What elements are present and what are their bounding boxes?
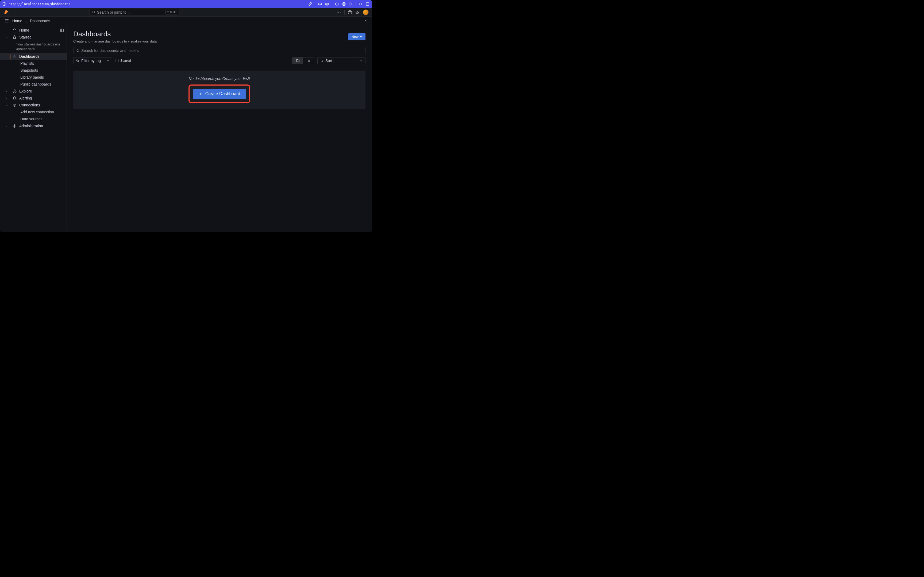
sidebar-item-label: Connections (19, 103, 40, 107)
url-text[interactable]: http://localhost:3000/dashboards (8, 2, 70, 6)
empty-state-panel: No dashboards yet. Create your first! Cr… (73, 71, 365, 109)
menu-toggle-icon[interactable] (4, 18, 9, 23)
sidebar-item-data-sources[interactable]: Data sources (0, 116, 67, 122)
create-dashboard-button[interactable]: Create Dashboard (193, 89, 246, 99)
breadcrumb-current: Dashboards (30, 19, 50, 23)
sidebar-item-library-panels[interactable]: Library panels (0, 74, 67, 81)
global-search-input[interactable]: Search or jump to... ⌘+k (90, 9, 179, 16)
starred-filter-checkbox[interactable]: Starred (116, 59, 131, 63)
kbd-shortcut: ⌘+k (165, 10, 177, 15)
svg-point-14 (92, 11, 95, 13)
sidebar-item-playlists[interactable]: Playlists (0, 60, 67, 67)
divider (356, 2, 356, 6)
svg-point-21 (356, 13, 356, 14)
svg-point-36 (77, 50, 79, 52)
search-icon (76, 49, 80, 52)
chevron-down-icon (107, 60, 109, 62)
sort-select[interactable]: Sort (317, 57, 365, 64)
sidebar: Home ⌄ Starred Your starred dashboards w… (0, 25, 67, 232)
tag-icon (76, 59, 80, 63)
search-icon (92, 10, 95, 14)
sidebar-item-label: Explore (19, 89, 32, 93)
plus-icon (199, 92, 203, 96)
breadcrumb-separator: › (26, 19, 27, 23)
add-menu-button[interactable] (337, 10, 341, 15)
sidebar-item-label: Dashboards (19, 54, 40, 58)
chevron-down-icon[interactable]: ⌄ (6, 36, 8, 39)
collapse-icon[interactable] (364, 19, 368, 23)
filter-label: Filter by tag (81, 58, 101, 63)
sort-icon (320, 59, 324, 63)
dashboard-search-input[interactable]: Search for dashboards and folders (73, 47, 365, 54)
filter-by-tag-select[interactable]: Filter by tag (73, 57, 112, 64)
starred-empty-note: Your starred dashboards will appear here (0, 40, 67, 53)
new-button[interactable]: New (348, 33, 365, 40)
create-button-label: Create Dashboard (205, 92, 240, 96)
chevron-right-icon[interactable]: › (6, 90, 8, 93)
svg-line-15 (94, 13, 95, 14)
svg-rect-29 (15, 55, 16, 56)
view-toggle (292, 57, 314, 64)
highlight-annotation: Create Dashboard (188, 84, 251, 103)
link-icon[interactable] (308, 2, 312, 6)
app-top-bar: Search or jump to... ⌘+k (0, 8, 372, 16)
breadcrumb-home[interactable]: Home (12, 19, 22, 23)
panel-icon[interactable] (365, 2, 370, 6)
sidebar-item-administration[interactable]: › Administration (0, 122, 67, 129)
sidebar-item-explore[interactable]: › Explore (0, 88, 67, 95)
chevron-down-icon[interactable]: ⌄ (6, 104, 8, 107)
chevron-right-icon[interactable]: › (6, 97, 8, 100)
new-button-label: New (352, 35, 359, 39)
sidebar-item-snapshots[interactable]: Snapshots (0, 67, 67, 74)
sidebar-item-connections[interactable]: ⌄ Connections (0, 102, 67, 108)
folder-icon[interactable] (335, 2, 339, 6)
sidebar-item-dashboards[interactable]: ⌄ Dashboards (0, 53, 67, 60)
rss-icon[interactable] (355, 10, 360, 15)
sidebar-item-starred[interactable]: ⌄ Starred (0, 34, 67, 40)
browser-url-bar: http://localhost:3000/dashboards (0, 0, 372, 8)
empty-state-text: No dashboards yet. Create your first! (79, 76, 360, 81)
chevron-down-icon[interactable]: ⌄ (6, 55, 8, 58)
gear-icon (12, 124, 16, 128)
page-title: Dashboards (73, 30, 157, 38)
svg-point-35 (14, 126, 15, 127)
star-icon (12, 35, 16, 39)
sidebar-item-label: Home (19, 28, 29, 32)
search-placeholder: Search or jump to... (97, 10, 164, 15)
svg-rect-12 (366, 3, 369, 6)
info-icon[interactable] (2, 2, 6, 6)
svg-rect-4 (326, 3, 328, 5)
grafana-logo-icon[interactable] (3, 10, 9, 15)
list-icon (307, 59, 311, 63)
sidebar-item-alerting[interactable]: › Alerting (0, 95, 67, 102)
sidebar-item-label: Starred (19, 35, 32, 39)
list-view-button[interactable] (303, 58, 314, 64)
globe-icon[interactable] (342, 2, 346, 6)
compass-icon (12, 89, 16, 93)
svg-point-7 (350, 3, 352, 5)
grid-icon (12, 54, 16, 58)
dock-panel-icon[interactable] (60, 28, 64, 32)
svg-point-5 (327, 4, 327, 5)
user-avatar[interactable] (363, 10, 369, 15)
camera-icon[interactable] (325, 2, 329, 6)
inbox-icon[interactable] (318, 2, 322, 6)
sidebar-item-add-connection[interactable]: Add new connection (0, 108, 67, 116)
svg-marker-27 (13, 35, 16, 39)
chevron-right-icon[interactable]: › (6, 125, 8, 127)
sidebar-item-label: Alerting (19, 96, 32, 100)
svg-rect-25 (60, 29, 63, 32)
expand-icon[interactable] (359, 2, 363, 6)
sort-label: Sort (325, 58, 332, 63)
folder-view-button[interactable] (293, 58, 303, 64)
svg-rect-16 (167, 11, 169, 13)
sidebar-item-public-dashboards[interactable]: Public dashboards (0, 81, 67, 88)
breadcrumb-bar: Home › Dashboards (0, 16, 372, 25)
help-icon[interactable] (348, 10, 352, 15)
target-icon[interactable] (349, 2, 353, 6)
svg-line-37 (79, 51, 79, 52)
search-placeholder: Search for dashboards and folders (81, 48, 139, 53)
sidebar-item-home[interactable]: Home (0, 27, 67, 34)
home-icon (12, 28, 16, 32)
svg-rect-31 (15, 57, 16, 58)
